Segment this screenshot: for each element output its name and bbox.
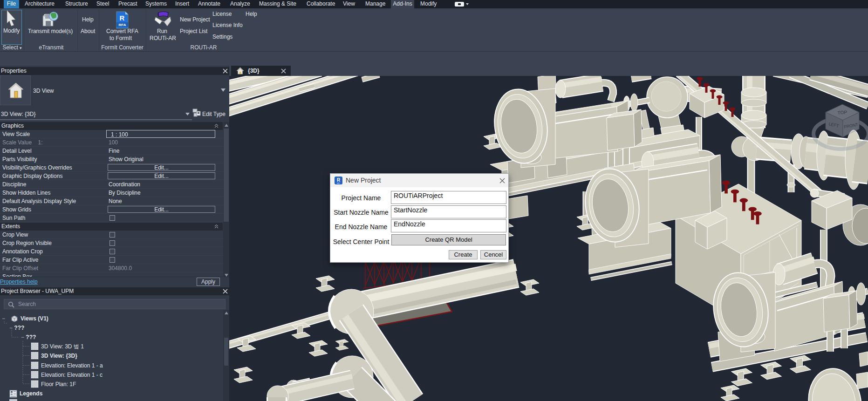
svg-text:R: R [337,177,341,183]
svg-text:TOP: TOP [837,109,847,115]
svg-text:R: R [120,14,125,22]
svg-text:RFA: RFA [119,23,126,27]
svg-text:RVT: RVT [337,183,341,184]
